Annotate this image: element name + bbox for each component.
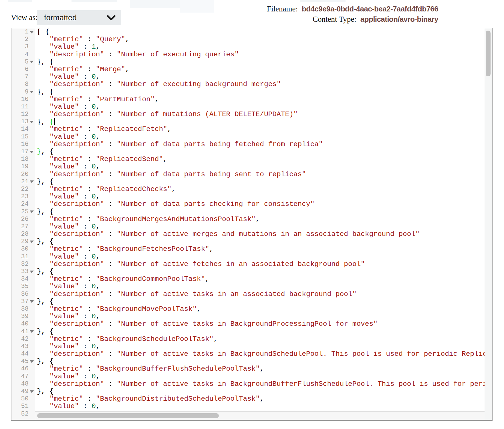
token-punctuation: }, { [37,388,54,395]
code-line[interactable]: "description" : "Number of executing bac… [35,81,485,88]
fold-toggle[interactable] [29,298,35,305]
code-line[interactable]: "description" : "Number of active fetche… [35,261,485,268]
code-line[interactable]: "metric" : "BackgroundDistributedSchedul… [35,395,485,403]
code-line[interactable]: }, { [35,358,485,365]
code-line[interactable]: "metric" : "ReplicatedFetch", [35,126,485,133]
fold-toggle[interactable] [29,238,35,245]
token-punctuation: , [209,245,214,253]
fold-toggle[interactable] [29,178,35,186]
code-line[interactable]: "description" : "Number of mutations (AL… [35,111,485,118]
code-editor[interactable]: 1234567891011121314151617181920212223242… [11,28,493,421]
line-number: 44 [11,350,29,358]
code-line[interactable]: }, { [35,178,485,186]
fold-slot [29,380,35,388]
fold-toggle[interactable] [29,28,35,36]
fold-toggle[interactable] [29,328,35,335]
fold-toggle[interactable] [29,58,35,66]
token-string: "Query" [96,36,125,43]
code-line[interactable]: "value" : 0, [35,193,485,200]
code-line[interactable]: }, { [35,58,485,66]
code-line[interactable]: "description" : "Number of data parts ch… [35,200,485,208]
code-line[interactable]: }, { [35,388,485,395]
code-line[interactable]: [ { [35,28,485,36]
code-line[interactable]: }, { [35,88,485,96]
fold-toggle[interactable] [29,358,35,365]
code-line[interactable]: "metric" : "BackgroundBufferFlushSchedul… [35,365,485,373]
code-line[interactable]: "description" : "Number of active tasks … [35,350,485,358]
gutter-row: 3 [11,43,35,51]
fold-toggle[interactable] [29,148,35,156]
token-punctuation: : [79,313,92,320]
token-string: "Number of data parts being sent to repl… [117,171,306,178]
code-line[interactable]: "metric" : "BackgroundFetchesPoolTask", [35,245,485,253]
line-number: 52 [11,410,29,418]
code-line[interactable]: }, { [35,208,485,216]
vertical-scrollbar-thumb[interactable] [486,31,491,76]
code-line[interactable]: "description" : "Number of active tasks … [35,291,485,298]
code-line[interactable]: "description" : "Number of executing que… [35,51,485,58]
code-line[interactable]: "value" : 0, [35,223,485,231]
horizontal-scrollbar-track[interactable] [11,411,485,420]
token-string: "metric" [49,365,83,373]
filename-row: Filename: bd4c9e9a-0bdd-4aac-bea2-7aafd4… [267,5,438,13]
code-line[interactable]: "value" : 0, [35,283,485,290]
code-line[interactable]: "value" : 1, [35,43,485,51]
gutter-row: 50 [11,395,35,403]
fold-slot [29,141,35,148]
code-line[interactable]: "metric" : "PartMutation", [35,96,485,103]
editor-content[interactable]: [ { "metric" : "Query", "value" : 1, "de… [35,28,485,420]
code-line[interactable]: }, { [35,268,485,275]
code-line[interactable]: }, { [35,118,485,126]
fold-toggle[interactable] [29,268,35,275]
view-as-select[interactable]: formatted [37,10,121,25]
filename-value: bd4c9e9a-0bdd-4aac-bea2-7aafd4fdb766 [302,5,438,13]
code-line[interactable]: "metric" : "ReplicatedChecks", [35,186,485,193]
code-line[interactable]: "value" : 0, [35,133,485,141]
token-punctuation: : [83,66,96,73]
code-line[interactable]: "value" : 0, [35,343,485,350]
fold-toggle[interactable] [29,208,35,216]
code-line[interactable]: "value" : 0, [35,73,485,81]
decor-block [8,0,32,2]
fold-toggle[interactable] [29,388,35,395]
code-line[interactable]: "value" : 0, [35,103,485,111]
vertical-scrollbar-track[interactable] [485,28,492,420]
line-number: 42 [11,335,29,343]
code-line[interactable]: "description" : "Number of data parts be… [35,141,485,148]
code-line[interactable]: "value" : 0, [35,373,485,380]
fold-slot [29,291,35,298]
fold-toggle[interactable] [29,88,35,96]
code-line[interactable]: "value" : 0, [35,403,485,410]
code-line[interactable]: "metric" : "Merge", [35,66,485,73]
code-line[interactable]: "metric" : "BackgroundMergesAndMutations… [35,216,485,223]
code-line[interactable]: }, { [35,148,485,156]
token-string: "Number of active fetches in an associat… [117,261,365,268]
line-number: 20 [11,171,29,178]
token-punctuation: : [79,43,92,51]
token-punctuation: }, { [37,268,54,275]
fold-slot [29,111,35,118]
horizontal-scrollbar-thumb[interactable] [37,413,219,418]
token-punctuation [37,245,49,253]
code-line[interactable]: "value" : 0, [35,313,485,320]
code-line[interactable]: "description" : "Number of data parts be… [35,171,485,178]
token-string: "value" [49,283,79,290]
code-line[interactable]: "description" : "Number of active tasks … [35,320,485,328]
fold-toggle[interactable] [29,118,35,126]
code-line[interactable]: "metric" : "ReplicatedSend", [35,156,485,163]
code-line[interactable]: "description" : "Number of active tasks … [35,380,485,388]
token-punctuation [37,186,49,193]
token-punctuation: : [79,343,92,350]
code-line[interactable]: "metric" : "Query", [35,36,485,43]
code-line[interactable]: }, { [35,238,485,245]
code-line[interactable]: "description" : "Number of active merges… [35,231,485,238]
code-line[interactable]: "value" : 0, [35,163,485,170]
code-line[interactable]: }, { [35,328,485,335]
code-line[interactable]: "metric" : "BackgroundCommonPoolTask", [35,275,485,283]
line-number: 3 [11,43,29,51]
token-punctuation: : [104,320,117,328]
code-line[interactable]: "metric" : "BackgroundSchedulePoolTask", [35,335,485,343]
code-line[interactable]: "value" : 0, [35,253,485,261]
code-line[interactable]: }, { [35,298,485,305]
code-line[interactable]: "metric" : "BackgroundMovePoolTask", [35,305,485,313]
